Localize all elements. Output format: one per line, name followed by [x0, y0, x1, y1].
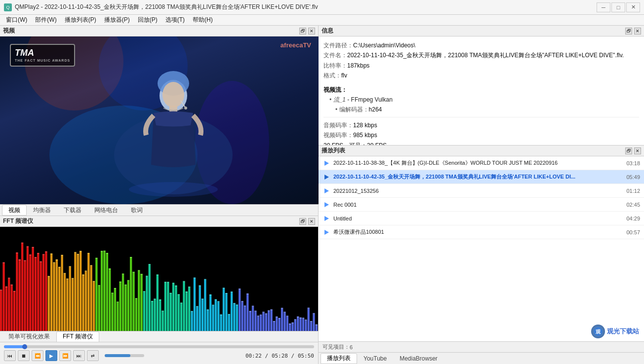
info-format-value: flv: [341, 72, 347, 79]
info-audio-bitrate-row: 音频码率：128 kbps: [323, 120, 639, 130]
shuffle-button[interactable]: ⇄: [87, 350, 99, 361]
info-fps-value: 30 FPS: [367, 142, 387, 145]
titlebar-left: Q QMPlay2 - 2022-10-11-10-42-35_金秋天开场舞，2…: [4, 3, 318, 11]
menu-options[interactable]: 选项(T): [161, 15, 189, 26]
info-panel-header: 信息 🗗 ✕: [319, 26, 644, 36]
playlist-item-duration: 05:49: [626, 174, 640, 180]
transport-bar: ⏮ ⏹ ⏪ ▶ ⏩ ⏭ ⇄ 00:22 / 05:28 / 05:50: [0, 342, 318, 364]
playlist-item[interactable]: 20221012_15325601:12: [319, 184, 644, 198]
info-section: 信息 🗗 ✕ 文件路径：C:\Users\admin\Videos\ 文件名：2…: [319, 26, 644, 146]
info-decoder-value: h264: [369, 106, 382, 113]
menu-player[interactable]: 播放器(P): [100, 15, 134, 26]
time-total: 05:28: [272, 353, 288, 359]
playlist-item[interactable]: Rec 000102:45: [319, 198, 644, 212]
tab-lyrics[interactable]: 歌词: [124, 205, 149, 216]
info-fps-row: 30 FPS，可见：30 FPS: [323, 141, 639, 145]
info-video-bitrate-label: 视频码率：: [323, 132, 353, 139]
info-file-path-value: C:\Users\admin\Videos\: [353, 42, 415, 49]
play-button[interactable]: ▶: [45, 350, 57, 361]
left-panel: 视频 🗗 ✕ TMA THE FACT MUSIC AWARDS: [0, 26, 319, 364]
info-file-name-row: 文件名：2022-10-11-10-42-35_金秋天开场舞，221008 TM…: [323, 50, 639, 60]
info-bitrate-value: 187kbps: [347, 62, 369, 69]
playlist-item[interactable]: Untitled04:29: [319, 212, 644, 225]
playlist-item-duration: 02:45: [626, 202, 640, 208]
playlist-item-name: 2022-10-11-10-38-38_【4K 舞台】(G)I-DLE《Seno…: [333, 159, 622, 167]
tab-equalizer[interactable]: 均衡器: [27, 205, 57, 216]
info-decoder-row: • 编解码器：h264: [335, 105, 639, 114]
performer-silhouette: [104, 56, 242, 204]
progress-thumb: [22, 344, 27, 349]
playlist-play-icon: [322, 159, 330, 167]
progress-bar-fill: [4, 345, 25, 348]
btab-mediabrowser[interactable]: MediaBrowser: [393, 353, 444, 364]
tab-radio[interactable]: 网络电台: [88, 205, 124, 216]
playlist-content: 2022-10-11-10-38-38_【4K 舞台】(G)I-DLE《Seno…: [319, 156, 644, 341]
progress-bar[interactable]: [4, 345, 314, 348]
right-wrapper: 信息 🗗 ✕ 文件路径：C:\Users\admin\Videos\ 文件名：2…: [319, 26, 644, 364]
next-button[interactable]: ⏭: [73, 350, 85, 361]
time-extra-val: 05:50: [298, 353, 314, 359]
playlist-panel-controls: 🗗 ✕: [625, 147, 641, 154]
time-separator: /: [262, 353, 272, 359]
tma-sub-text: THE FACT MUSIC AWARDS: [15, 59, 70, 63]
playlist-play-icon: [322, 228, 330, 236]
visible-count: 6: [350, 344, 353, 350]
playlist-item[interactable]: 2022-10-11-10-38-38_【4K 舞台】(G)I-DLE《Seno…: [319, 156, 644, 170]
svg-text:观: 观: [595, 329, 601, 334]
info-close-button[interactable]: ✕: [634, 28, 641, 35]
tab-downloader[interactable]: 下载器: [57, 205, 88, 216]
tab-video[interactable]: 视频: [2, 205, 27, 216]
video-display[interactable]: TMA THE FACT MUSIC AWARDS afreecaTV: [0, 36, 319, 204]
fft-display: [0, 227, 318, 331]
stop-button[interactable]: ⏹: [18, 350, 30, 361]
prev-track-button[interactable]: ⏪: [32, 350, 43, 361]
playlist-restore-button[interactable]: 🗗: [625, 147, 632, 154]
tab-simple-viz[interactable]: 简单可视化效果: [2, 331, 56, 342]
btab-youtube[interactable]: YouTube: [357, 353, 393, 364]
menu-playlist[interactable]: 播放列表(P): [61, 15, 100, 26]
titlebar: Q QMPlay2 - 2022-10-11-10-42-35_金秋天开场舞，2…: [0, 0, 644, 15]
info-file-name-label: 文件名：: [323, 52, 347, 59]
menu-help[interactable]: 帮助(H): [189, 15, 217, 26]
info-file-path-label: 文件路径：: [323, 42, 353, 49]
volume-fill: [105, 354, 130, 357]
volume-slider[interactable]: [105, 354, 144, 357]
playlist-item[interactable]: 2022-10-11-10-42-35_金秋天开场舞，221008 TMA颁奖典…: [319, 170, 644, 184]
info-panel-controls: 🗗 ✕: [625, 28, 641, 35]
minimize-button[interactable]: ─: [597, 2, 610, 12]
menu-window[interactable]: 窗口(W): [2, 15, 31, 26]
playlist-item-name: 2022-10-11-10-42-35_金秋天开场舞，221008 TMA颁奖典…: [333, 173, 622, 181]
tab-fft[interactable]: FFT 频谱仪: [56, 331, 99, 342]
video-background: TMA THE FACT MUSIC AWARDS afreecaTV: [0, 36, 319, 204]
playlist-item-name: Untitled: [333, 216, 622, 221]
info-restore-button[interactable]: 🗗: [625, 28, 632, 35]
next-track-button[interactable]: ⏩: [59, 350, 71, 361]
playlist-item-duration: 04:29: [626, 216, 640, 221]
info-video-bitrate-row: 视频码率：985 kbps: [323, 130, 639, 140]
titlebar-controls: ─ □ ✕: [597, 2, 640, 12]
playlist-close-button[interactable]: ✕: [634, 147, 641, 154]
info-stream-1-value: - FFmpeg Vulkan: [346, 96, 393, 103]
video-restore-button[interactable]: 🗗: [299, 28, 306, 35]
playlist-item-duration: 01:12: [626, 188, 640, 194]
right-panel: 信息 🗗 ✕ 文件路径：C:\Users\admin\Videos\ 文件名：2…: [319, 26, 644, 352]
maximize-button[interactable]: □: [611, 2, 625, 12]
app-icon: Q: [4, 3, 12, 11]
playlist-item-name: Rec 0001: [333, 202, 622, 208]
playlist-item[interactable]: 希沃微课作品10080100:57: [319, 225, 644, 239]
fft-canvas: [0, 227, 318, 331]
video-close-button[interactable]: ✕: [308, 28, 315, 35]
fft-restore-button[interactable]: 🗗: [299, 218, 306, 225]
time-current: 00:22: [245, 353, 262, 359]
menu-parts[interactable]: 部件(W): [31, 15, 60, 26]
info-panel-title: 信息: [322, 27, 333, 35]
main-layout: 视频 🗗 ✕ TMA THE FACT MUSIC AWARDS: [0, 26, 644, 364]
playlist-panel-title: 播放列表: [322, 146, 345, 155]
close-button[interactable]: ✕: [626, 2, 640, 12]
prev-button[interactable]: ⏮: [4, 350, 16, 361]
fft-close-button[interactable]: ✕: [308, 218, 315, 225]
info-audio-bitrate-label: 音频码率：: [323, 122, 353, 129]
btab-playlist[interactable]: 播放列表: [321, 353, 357, 364]
playlist-section: 播放列表 🗗 ✕ 2022-10-11-10-38-38_【4K 舞台】(G)I…: [319, 146, 644, 352]
menu-playback[interactable]: 回放(P): [134, 15, 161, 26]
